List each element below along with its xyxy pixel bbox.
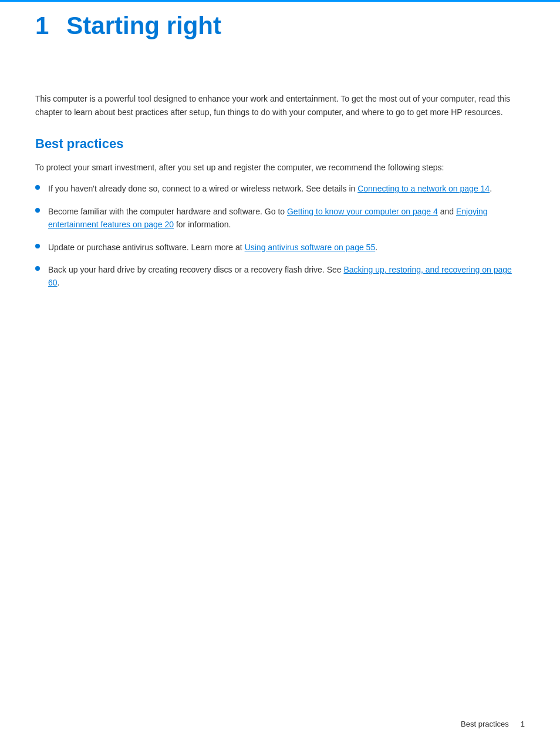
list-item: If you haven't already done so, connect …: [35, 182, 525, 195]
bullet-text-1: If you haven't already done so, connect …: [48, 182, 525, 195]
bullet-text-2: Become familiar with the computer hardwa…: [48, 205, 525, 231]
bullet-dot: [35, 208, 40, 213]
footer-section-label: Best practices: [461, 720, 509, 728]
bullet-dot: [35, 244, 40, 248]
section-title: Best practices: [35, 136, 525, 152]
best-practices-section: Best practices To protect your smart inv…: [35, 136, 525, 290]
bullet-3-text-after: .: [375, 243, 377, 252]
intro-paragraph: This computer is a powerful tool designe…: [35, 92, 525, 119]
bullet-4-text-after: .: [58, 278, 60, 287]
bullet-1-text-after: .: [490, 184, 492, 193]
chapter-number: 1: [35, 12, 49, 39]
footer-page-number: 1: [521, 720, 525, 728]
list-item: Become familiar with the computer hardwa…: [35, 205, 525, 231]
bullet-3-text-before: Update or purchase antivirus software. L…: [48, 243, 245, 252]
main-content: This computer is a powerful tool designe…: [0, 92, 560, 290]
section-intro: To protect your smart investment, after …: [35, 161, 525, 174]
chapter-name: Starting right: [66, 12, 221, 39]
bullet-list: If you haven't already done so, connect …: [35, 182, 525, 289]
getting-to-know-link[interactable]: Getting to know your computer on page 4: [287, 207, 438, 216]
bullet-2-text-after: for information.: [174, 220, 231, 229]
page-container: 1 Starting right This computer is a powe…: [0, 0, 560, 746]
bullet-dot: [35, 266, 40, 271]
bullet-2-text-middle: and: [438, 207, 456, 216]
header-section: 1 Starting right: [0, 2, 560, 39]
bullet-dot: [35, 185, 40, 190]
list-item: Update or purchase antivirus software. L…: [35, 241, 525, 254]
list-item: Back up your hard drive by creating reco…: [35, 263, 525, 290]
chapter-title: 1 Starting right: [35, 12, 525, 39]
bullet-1-text-before: If you haven't already done so, connect …: [48, 184, 357, 193]
bullet-4-text-before: Back up your hard drive by creating reco…: [48, 265, 343, 274]
footer: Best practices 1: [461, 720, 525, 728]
bullet-text-4: Back up your hard drive by creating reco…: [48, 263, 525, 290]
antivirus-link[interactable]: Using antivirus software on page 55: [245, 243, 376, 252]
connecting-network-link[interactable]: Connecting to a network on page 14: [357, 184, 490, 193]
bullet-text-3: Update or purchase antivirus software. L…: [48, 241, 525, 254]
bullet-2-text-before: Become familiar with the computer hardwa…: [48, 207, 287, 216]
